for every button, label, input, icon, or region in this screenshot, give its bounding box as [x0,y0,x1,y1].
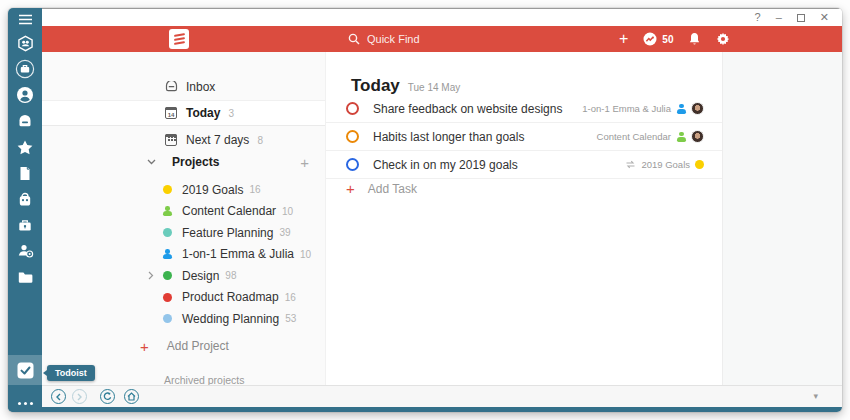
task-row[interactable]: Habits last longer than goals Content Ca… [326,123,722,151]
project-name: Content Calendar [182,204,276,218]
window-titlebar: ? – ✕ [42,8,842,26]
task-title: Check in on my 2019 goals [373,158,625,172]
project-name: 2019 Goals [182,183,243,197]
shared-project-icon [676,104,686,114]
star-icon[interactable] [8,134,42,160]
task-complete-circle[interactable] [346,130,359,143]
recurring-icon [625,160,636,169]
calendar-today-icon: 14 [164,107,178,119]
sidebar-item-label: Next 7 days [186,133,249,147]
add-task-icon[interactable]: + [619,31,628,47]
people-search-icon[interactable] [8,238,42,264]
app-tooltip: Todoist [47,365,95,381]
home-button[interactable] [124,389,139,404]
sidebar-item-label: Inbox [186,80,215,94]
expand-chevron-icon[interactable] [148,271,160,280]
task-project-label[interactable]: Content Calendar [597,131,671,142]
settings-gear-icon[interactable] [716,32,730,46]
shared-project-icon [676,132,686,142]
app-header: Quick Find + 50 [42,26,842,52]
project-name: Feature Planning [182,226,273,240]
todoist-logo [169,29,189,49]
right-gutter [722,52,842,385]
profile-avatar-icon[interactable] [8,82,42,108]
back-button[interactable] [51,389,66,404]
notifications-bell-icon[interactable] [688,32,701,46]
project-color-dot [163,314,172,323]
karma-indicator[interactable]: 50 [643,32,673,46]
project-color-dot [163,293,172,302]
project-item[interactable]: Feature Planning 39 [42,222,325,244]
add-task-button[interactable]: + Add Task [346,180,417,197]
sidebar-item-label: Today [186,106,220,120]
add-project-plus-icon[interactable]: + [300,154,309,171]
assignee-avatar[interactable] [691,102,704,115]
backpack-icon[interactable] [8,186,42,212]
projects-section-header[interactable]: Projects + [42,149,325,175]
project-color-dot [163,185,172,194]
project-color-dot [163,228,172,237]
contacts-hexagon-icon[interactable] [8,30,42,56]
view-title: Today [351,76,400,96]
project-name: Wedding Planning [182,312,279,326]
tray-bag-icon[interactable] [8,108,42,134]
add-project-button[interactable]: + Add Project [42,333,325,359]
active-app-todoist[interactable] [8,355,42,385]
help-icon[interactable]: ? [755,12,761,23]
app-window: Todoist ? – ✕ Quick Find + 50 [8,8,842,412]
window-bottom-edge [8,407,842,412]
todoist-check-icon [17,362,34,379]
task-project-label[interactable]: 2019 Goals [641,159,690,170]
project-name: Product Roadmap [182,290,279,304]
briefcase-service-icon[interactable] [8,56,42,82]
project-item[interactable]: Wedding Planning 53 [42,308,325,330]
task-complete-circle[interactable] [346,102,359,115]
lock-briefcase-icon[interactable] [8,212,42,238]
task-row[interactable]: Check in on my 2019 goals 2019 Goals [326,151,722,179]
task-title: Share feedback on website designs [373,102,582,116]
project-item[interactable]: Content Calendar 10 [42,201,325,223]
menu-icon[interactable] [8,8,42,30]
reload-button[interactable] [100,389,115,404]
book-icon[interactable] [8,160,42,186]
close-icon[interactable]: ✕ [820,12,829,23]
project-item[interactable]: 2019 Goals 16 [42,179,325,201]
folder-icon[interactable] [8,264,42,290]
maximize-icon[interactable] [797,14,805,22]
karma-trend-icon [643,32,657,46]
browser-nav-bar: ▾ [42,385,842,407]
project-color-dot [163,271,172,280]
shared-project-icon [162,249,172,259]
task-project-label[interactable]: 1-on-1 Emma & Julia [582,103,671,114]
karma-points: 50 [662,34,673,45]
quick-find-search[interactable]: Quick Find [348,26,420,52]
project-item[interactable]: Design 98 [42,265,325,287]
view-date: Tue 14 May [408,82,460,93]
search-placeholder: Quick Find [367,33,420,45]
project-item[interactable]: Product Roadmap 16 [42,287,325,309]
project-name: 1-on-1 Emma & Julia [182,247,294,261]
shared-project-icon [162,206,172,216]
sidebar-item-today[interactable]: 14 Today 3 [42,100,325,126]
chevron-down-icon[interactable] [146,159,156,165]
assignee-avatar[interactable] [691,130,704,143]
inbox-icon [164,81,178,93]
app-rail [8,8,42,412]
project-name: Design [182,269,219,283]
forward-button[interactable] [72,389,87,404]
todoist-sidebar: Inbox 14 Today 3 Next 7 days 8 [42,52,325,385]
minimize-icon[interactable]: – [776,12,782,23]
expand-chevron-icon[interactable]: ▾ [813,391,818,401]
more-apps-button[interactable] [8,402,42,405]
plus-icon: + [140,338,149,355]
task-title: Habits last longer than goals [373,130,597,144]
sidebar-item-inbox[interactable]: Inbox [42,74,325,100]
projects-title: Projects [172,155,219,169]
project-color-dot [695,160,704,169]
task-row[interactable]: Share feedback on website designs 1-on-1… [326,95,722,123]
task-complete-circle[interactable] [346,158,359,171]
plus-icon: + [346,180,355,197]
project-item[interactable]: 1-on-1 Emma & Julia 10 [42,244,325,266]
task-view: Today Tue 14 May Share feedback on websi… [325,52,722,385]
calendar-week-icon [164,134,178,146]
